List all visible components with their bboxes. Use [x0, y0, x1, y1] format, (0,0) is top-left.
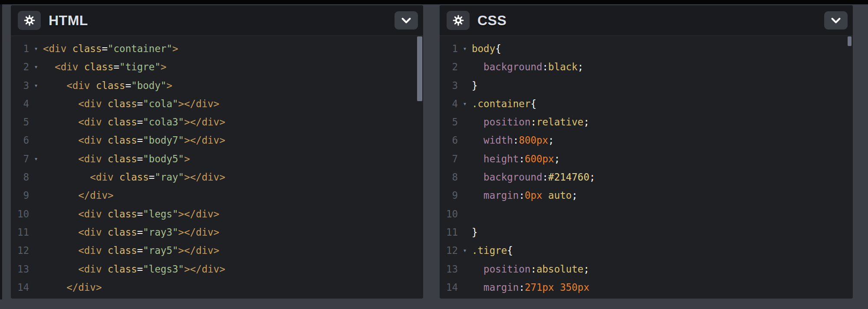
line-number: 5	[11, 113, 29, 131]
code-token: ;	[583, 263, 589, 275]
code-line[interactable]: 2▾ <div class="tigre">	[11, 58, 423, 76]
code-token: class	[108, 245, 137, 256]
code-token: "legs"	[143, 208, 178, 220]
fold-arrow-icon[interactable]: ▾	[458, 39, 472, 58]
left-window-edge	[0, 4, 2, 299]
code-token: </div>	[43, 282, 102, 293]
code-text: <div class="ray3"></div>	[43, 223, 219, 241]
code-line[interactable]: 11}	[440, 223, 853, 241]
code-line[interactable]: 6 width:800px;	[440, 131, 853, 149]
code-text: margin:271px 350px	[472, 278, 589, 296]
code-token: =	[137, 116, 143, 128]
code-token: <div	[43, 116, 108, 128]
css-collapse-button[interactable]	[824, 11, 848, 30]
code-token: ></div>	[178, 98, 220, 109]
code-token: "legs3"	[143, 263, 184, 275]
code-text: <div class="body7"></div>	[43, 131, 225, 149]
css-code-area[interactable]: 1▾body{2 background:black;3}4▾.container…	[440, 36, 853, 299]
code-line[interactable]: 3}	[440, 76, 853, 95]
html-scrollbar-thumb[interactable]	[417, 36, 422, 101]
fold-arrow-icon[interactable]: ▾	[458, 241, 472, 260]
code-line[interactable]: 5 <div class="cola3"></div>	[11, 113, 423, 131]
code-line[interactable]: 12 <div class="ray5"></div>	[11, 241, 423, 260]
code-token: class	[108, 116, 137, 128]
code-token: =	[137, 135, 143, 146]
code-line[interactable]: 14 margin:271px 350px	[440, 278, 853, 296]
line-number: 7	[11, 150, 29, 168]
code-token: height	[472, 153, 519, 164]
html-panel-header: HTML	[11, 5, 423, 36]
code-text: background:black;	[472, 58, 583, 76]
html-collapse-button[interactable]	[395, 11, 418, 30]
code-token: class	[108, 208, 137, 220]
code-line[interactable]: 7 height:600px;	[440, 150, 853, 168]
code-text: position:absolute;	[472, 260, 589, 278]
code-text: <div class="container">	[43, 39, 178, 58]
code-token: =	[137, 208, 143, 220]
code-token: 800px	[519, 135, 548, 146]
code-token: ;	[583, 116, 589, 128]
css-settings-button[interactable]	[447, 11, 470, 30]
code-token: =	[137, 245, 143, 256]
code-token: "body7"	[143, 135, 184, 146]
code-text: }	[472, 76, 478, 95]
line-number: 14	[11, 278, 29, 296]
code-token: =	[137, 227, 143, 238]
code-token: =	[149, 171, 155, 183]
line-number: 8	[11, 168, 29, 186]
line-number: 12	[440, 241, 458, 260]
code-text: <div class="ray5"></div>	[43, 241, 219, 260]
code-token: background	[472, 61, 542, 72]
code-token: ></div>	[178, 227, 220, 238]
code-text: .container{	[472, 95, 536, 113]
html-code-area[interactable]: 1▾<div class="container">2▾ <div class="…	[11, 36, 423, 299]
code-token: class	[108, 135, 137, 146]
code-line[interactable]: 8 background:#214760;	[440, 168, 853, 186]
code-token: "ray"	[155, 171, 184, 183]
fold-arrow-icon[interactable]: ▾	[29, 58, 43, 76]
fold-arrow-icon[interactable]: ▾	[29, 39, 43, 58]
code-token: black	[548, 61, 578, 72]
code-token: width	[472, 135, 513, 146]
code-line[interactable]: 6 <div class="body7"></div>	[11, 131, 423, 149]
code-token: :	[519, 282, 525, 293]
code-token: <div	[43, 80, 96, 91]
code-line[interactable]: 9 margin:0px auto;	[440, 186, 853, 204]
code-line[interactable]: 3▾ <div class="body">	[11, 76, 423, 95]
code-line[interactable]: 1▾<div class="container">	[11, 39, 423, 58]
code-token: position	[472, 116, 530, 128]
line-number: 6	[11, 131, 29, 149]
code-line[interactable]: 5 position:relative;	[440, 113, 853, 131]
code-line[interactable]: 2 background:black;	[440, 58, 853, 76]
code-line[interactable]: 11 <div class="ray3"></div>	[11, 223, 423, 241]
code-line[interactable]: 4▾.container{	[440, 95, 853, 113]
code-token: :	[530, 263, 536, 275]
css-panel-title: CSS	[477, 13, 506, 29]
fold-arrow-icon[interactable]: ▾	[29, 150, 43, 168]
code-line[interactable]: 13 position:absolute;	[440, 260, 853, 278]
html-settings-button[interactable]	[18, 11, 41, 30]
code-token: =	[137, 98, 143, 109]
fold-arrow-icon[interactable]: ▾	[29, 76, 43, 95]
code-line[interactable]: 4 <div class="cola"></div>	[11, 95, 423, 113]
code-line[interactable]: 10 <div class="legs"></div>	[11, 205, 423, 223]
line-number: 3	[11, 76, 29, 95]
code-line[interactable]: 9 </div>	[11, 186, 423, 204]
code-line[interactable]: 14 </div>	[11, 278, 423, 296]
code-token: =	[114, 61, 120, 72]
code-token: margin	[472, 282, 519, 293]
code-line[interactable]: 10	[440, 205, 853, 223]
code-token: background	[472, 171, 542, 183]
code-line[interactable]: 7▾ <div class="body5">	[11, 150, 423, 168]
code-token: }	[472, 80, 478, 91]
code-line[interactable]: 1▾body{	[440, 39, 853, 58]
code-line[interactable]: 8 <div class="ray"></div>	[11, 168, 423, 186]
code-text: }	[472, 223, 478, 241]
code-line[interactable]: 12▾.tigre{	[440, 241, 853, 260]
fold-arrow-icon[interactable]: ▾	[458, 95, 472, 113]
line-number: 4	[440, 95, 458, 113]
code-token: >	[161, 61, 167, 72]
css-scrollbar-thumb[interactable]	[848, 36, 852, 46]
gear-icon	[24, 15, 35, 26]
code-line[interactable]: 13 <div class="legs3"></div>	[11, 260, 423, 278]
